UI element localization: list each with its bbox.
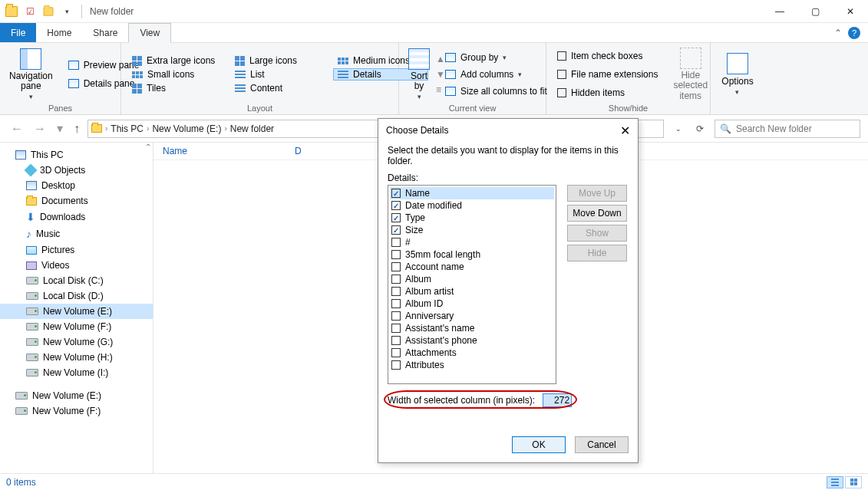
tree-item[interactable]: Desktop xyxy=(0,178,153,193)
checkbox-icon[interactable] xyxy=(391,336,401,345)
back-button[interactable]: ← xyxy=(8,122,26,136)
layout-large-icons[interactable]: Large icons xyxy=(230,54,325,67)
checkbox-icon[interactable] xyxy=(391,287,401,296)
layout-tiles[interactable]: Tiles xyxy=(127,82,223,94)
layout-small-icons[interactable]: Small icons xyxy=(127,68,223,81)
detail-option[interactable]: Attributes xyxy=(390,359,554,371)
checkbox-icon[interactable] xyxy=(391,238,401,247)
detail-option[interactable]: Album artist xyxy=(390,285,554,298)
tree-item[interactable]: Documents xyxy=(0,193,153,209)
checkbox-icon[interactable] xyxy=(391,201,401,210)
item-check-boxes-toggle[interactable]: Item check boxes xyxy=(553,48,662,64)
home-tab[interactable]: Home xyxy=(36,23,82,42)
detail-option[interactable]: Attachments xyxy=(390,347,554,359)
detail-option[interactable]: Date modified xyxy=(390,199,554,212)
dialog-close-button[interactable]: ✕ xyxy=(620,123,630,138)
file-tab[interactable]: File xyxy=(0,23,36,42)
checkbox-icon[interactable] xyxy=(391,311,401,321)
share-tab[interactable]: Share xyxy=(82,23,128,42)
tree-item[interactable]: New Volume (I:) xyxy=(0,365,153,380)
show-button[interactable]: Show xyxy=(567,225,627,242)
detail-option[interactable]: Assistant's phone xyxy=(390,334,554,347)
tree-item[interactable]: Local Disk (D:) xyxy=(0,288,153,304)
cancel-button[interactable]: Cancel xyxy=(575,436,629,453)
breadcrumb-drive[interactable]: New Volume (E:) xyxy=(152,123,221,134)
detail-option[interactable]: 35mm focal length xyxy=(390,248,554,261)
move-up-button[interactable]: Move Up xyxy=(567,185,627,202)
detail-option[interactable]: Type xyxy=(390,212,554,224)
detail-option[interactable]: Album ID xyxy=(390,298,554,310)
checkbox-icon[interactable] xyxy=(391,262,401,271)
detail-option[interactable]: # xyxy=(390,236,554,248)
collapse-ribbon-icon[interactable]: ⌃ xyxy=(834,28,842,38)
details-listbox[interactable]: NameDate modifiedTypeSize#35mm focal len… xyxy=(388,185,556,384)
breadcrumb-folder[interactable]: New folder xyxy=(230,123,274,134)
checkbox-icon[interactable] xyxy=(391,189,401,198)
refresh-button[interactable]: ⟳ xyxy=(690,120,710,138)
tree-item[interactable]: ⬇Downloads xyxy=(0,209,153,225)
sort-by-button[interactable]: Sort by ▾ xyxy=(405,46,433,103)
size-all-columns-button[interactable]: Size all columns to fit xyxy=(441,84,552,99)
tree-item[interactable]: Videos xyxy=(0,258,153,273)
forward-button[interactable]: → xyxy=(31,122,49,136)
detail-option[interactable]: Album xyxy=(390,273,554,285)
tree-item[interactable]: Local Disk (C:) xyxy=(0,273,153,288)
scroll-up-icon[interactable]: ⌃ xyxy=(145,143,151,151)
qat-properties-icon[interactable]: ☑ xyxy=(23,5,37,18)
view-details-button[interactable] xyxy=(827,476,843,488)
checkbox-icon[interactable] xyxy=(391,213,401,222)
breadcrumb-this-pc[interactable]: This PC xyxy=(111,123,144,134)
checkbox-icon[interactable] xyxy=(391,324,401,333)
minimize-button[interactable]: — xyxy=(762,0,797,23)
layout-list[interactable]: List xyxy=(230,68,325,81)
tree-item[interactable]: New Volume (F:) xyxy=(0,403,153,419)
up-button[interactable]: ↑ xyxy=(71,122,83,136)
column-width-input[interactable] xyxy=(543,393,572,407)
column-header-date[interactable]: D xyxy=(295,146,302,156)
qat-customize-icon[interactable]: ▾ xyxy=(60,5,74,18)
checkbox-icon[interactable] xyxy=(391,360,401,370)
detail-option[interactable]: Assistant's name xyxy=(390,322,554,334)
address-dropdown-button[interactable]: ⌄ xyxy=(668,120,688,138)
tree-item[interactable]: ♪Music xyxy=(0,225,153,242)
qat-new-folder-icon[interactable] xyxy=(41,5,55,18)
detail-option[interactable]: Size xyxy=(390,224,554,236)
maximize-button[interactable]: ▢ xyxy=(797,0,833,23)
column-header-name[interactable]: Name xyxy=(163,146,295,156)
checkbox-icon[interactable] xyxy=(391,348,401,357)
checkbox-icon[interactable] xyxy=(391,275,401,284)
close-button[interactable]: ✕ xyxy=(833,0,868,23)
navigation-pane-button[interactable]: Navigation pane ▾ xyxy=(6,46,56,103)
view-large-icons-button[interactable] xyxy=(845,476,862,488)
detail-option[interactable]: Anniversary xyxy=(390,310,554,322)
navigation-tree[interactable]: ⌃ This PC 3D ObjectsDesktopDocuments⬇Dow… xyxy=(0,143,153,473)
tree-item[interactable]: New Volume (E:) xyxy=(0,304,153,319)
layout-content[interactable]: Content xyxy=(230,82,325,94)
file-name-extensions-toggle[interactable]: File name extensions xyxy=(553,67,662,82)
recent-locations-button[interactable]: ▾ xyxy=(54,121,66,136)
group-by-button[interactable]: Group by▾ xyxy=(441,50,552,65)
detail-option[interactable]: Name xyxy=(390,187,554,199)
add-columns-button[interactable]: Add columns▾ xyxy=(441,67,552,82)
tree-item[interactable]: 3D Objects xyxy=(0,163,153,178)
checkbox-icon[interactable] xyxy=(391,225,401,235)
checkbox-icon[interactable] xyxy=(391,299,401,308)
hide-selected-items-button[interactable]: Hide selected items xyxy=(670,46,711,103)
detail-option[interactable]: Account name xyxy=(390,261,554,273)
move-down-button[interactable]: Move Down xyxy=(567,205,627,222)
layout-extra-large-icons[interactable]: Extra large icons xyxy=(127,54,223,67)
help-icon[interactable]: ? xyxy=(848,27,860,39)
tree-item[interactable]: New Volume (E:) xyxy=(0,388,153,403)
ok-button[interactable]: OK xyxy=(512,436,566,453)
search-box[interactable]: 🔍 Search New folder xyxy=(715,120,860,138)
hidden-items-toggle[interactable]: Hidden items xyxy=(553,85,662,100)
view-tab[interactable]: View xyxy=(128,23,171,43)
tree-item[interactable]: New Volume (G:) xyxy=(0,334,153,350)
tree-item[interactable]: Pictures xyxy=(0,242,153,258)
tree-this-pc[interactable]: This PC xyxy=(0,147,153,163)
tree-item[interactable]: New Volume (H:) xyxy=(0,350,153,365)
tree-item[interactable]: New Volume (F:) xyxy=(0,319,153,334)
options-button[interactable]: Options ▾ xyxy=(718,46,756,103)
checkbox-icon[interactable] xyxy=(391,250,401,259)
hide-button[interactable]: Hide xyxy=(567,245,627,261)
